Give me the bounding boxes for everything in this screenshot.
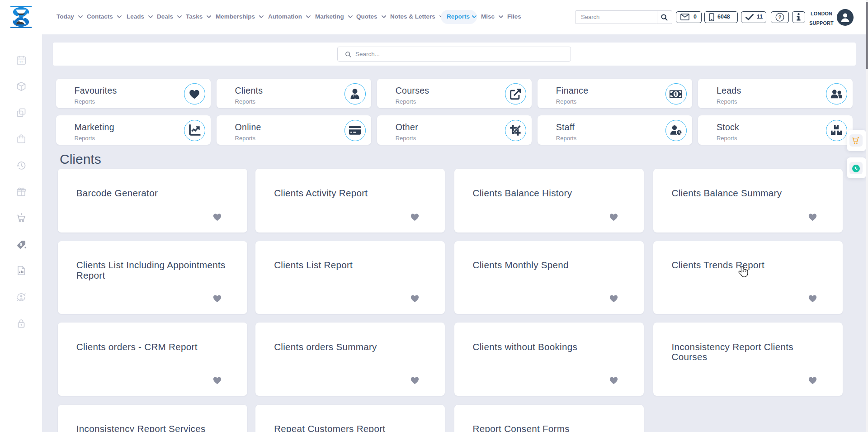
svg-text:12: 12 (19, 60, 24, 64)
svg-text:$: $ (20, 242, 23, 247)
svg-text:?: ? (778, 14, 781, 20)
